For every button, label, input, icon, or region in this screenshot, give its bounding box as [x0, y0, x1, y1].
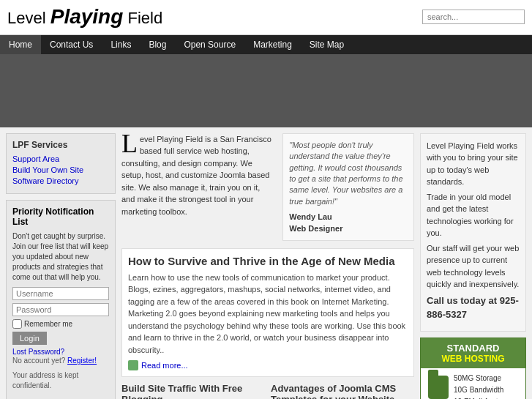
col1: Build Site Traffic With Free Blogging Do… [121, 383, 265, 399]
priority-notification-box: Priority Notification List Don't get cau… [6, 200, 116, 399]
search-input[interactable] [422, 10, 525, 24]
sidebar-link-support[interactable]: Support Area [12, 154, 109, 163]
nav-opensource[interactable]: Open Source [175, 35, 244, 54]
quote-text: "Most people don't truly understand the … [289, 141, 402, 206]
col2-title: Advantages of Joomla CMS Templates for y… [271, 383, 414, 399]
main-article-text: Learn how to use the new tools of commun… [128, 272, 408, 357]
read-more-link[interactable]: Read more... [128, 360, 408, 370]
promo-text3: Our staff will get your web presence up … [427, 242, 520, 291]
read-more-label: Read more... [141, 361, 188, 370]
attribution-name: Wendy Lau [289, 212, 408, 223]
username-input[interactable] [12, 287, 109, 300]
logo-playing: Playing [50, 5, 124, 28]
hosting-body: 50MG Storage 10G Bandwidth 10 EMail Acct… [421, 368, 525, 399]
folder-icon [428, 376, 449, 399]
services-title: LPF Services [12, 140, 109, 150]
attribution-title: Web Designer [289, 223, 408, 234]
drop-cap: L [121, 133, 138, 154]
header: Level Playing Field [0, 0, 532, 35]
register-text: No account yet? Register! [12, 356, 109, 366]
hosting-icon [425, 373, 451, 399]
main-content: LPF Services Support Area Build Your Own… [0, 127, 532, 399]
main-article: How to Survive and Thrive in the Age of … [121, 248, 414, 378]
register-link[interactable]: Register! [67, 357, 97, 365]
hosting-box: STANDARD WEB HOSTING 50MG Storage 10G Ba… [420, 338, 526, 399]
hosting-standard: STANDARD [425, 343, 521, 354]
sidebar-link-build[interactable]: Build Your Own Site [12, 165, 109, 174]
center-content: L evel Playing Field is a San Francisco … [121, 133, 414, 399]
password-input[interactable] [12, 303, 109, 316]
nav-home[interactable]: Home [0, 35, 41, 54]
nav-marketing[interactable]: Marketing [244, 35, 301, 54]
priority-title: Priority Notification List [12, 206, 109, 227]
login-button[interactable]: Login [12, 332, 47, 345]
intro-left: L evel Playing Field is a San Francisco … [121, 133, 275, 241]
call-label: Call us today at 925-886-5327 [427, 294, 520, 322]
left-sidebar: LPF Services Support Area Build Your Own… [6, 133, 116, 399]
remember-me-label[interactable]: Remember me [12, 319, 109, 329]
banner [0, 54, 532, 127]
col2: Advantages of Joomla CMS Templates for y… [271, 383, 414, 399]
nav-links[interactable]: Links [102, 35, 140, 54]
right-sidebar: Level Playing Field works with you to br… [420, 133, 526, 399]
hosting-bandwidth: 10G Bandwidth [454, 384, 503, 396]
read-more-icon [128, 360, 138, 370]
main-article-title: How to Survive and Thrive in the Age of … [128, 255, 408, 267]
main-nav: Home Contact Us Links Blog Open Source M… [0, 35, 532, 54]
nav-sitemap[interactable]: Site Map [301, 35, 353, 54]
hosting-email: 10 EMail Accts [454, 396, 503, 399]
logo-level: Level [7, 9, 46, 27]
promo-box: Level Playing Field works with you to br… [420, 133, 526, 332]
intro-section: L evel Playing Field is a San Francisco … [121, 133, 414, 241]
lost-password-link[interactable]: Lost Password? [12, 348, 109, 356]
remember-checkbox[interactable] [12, 319, 22, 329]
hosting-header: STANDARD WEB HOSTING [421, 338, 525, 368]
hosting-details: 50MG Storage 10G Bandwidth 10 EMail Acct… [454, 373, 503, 399]
logo: Level Playing Field [7, 6, 162, 29]
intro-text: evel Playing Field is a San Francisco ba… [121, 135, 271, 216]
col1-title: Build Site Traffic With Free Blogging [121, 383, 265, 399]
nav-blog[interactable]: Blog [140, 35, 175, 54]
intro-quote: "Most people don't truly understand the … [282, 133, 414, 241]
promo-text1: Level Playing Field works with you to br… [427, 140, 520, 188]
nav-contact[interactable]: Contact Us [41, 35, 102, 54]
hosting-web-label: WEB HOSTING [425, 354, 521, 364]
quote-attribution: Wendy Lau Web Designer [289, 212, 408, 234]
confidential-text: Your address is kept confidential. [12, 370, 109, 391]
logo-field: Field [127, 9, 162, 27]
priority-description: Don't get caught by surprise. Join our f… [12, 231, 109, 283]
sidebar-link-software[interactable]: Software Directory [12, 176, 109, 185]
promo-text2: Trade in your old model and get the late… [427, 191, 520, 239]
hosting-storage: 50MG Storage [454, 373, 503, 384]
two-col-section: Build Site Traffic With Free Blogging Do… [121, 383, 414, 399]
lpf-services-box: LPF Services Support Area Build Your Own… [6, 133, 116, 194]
